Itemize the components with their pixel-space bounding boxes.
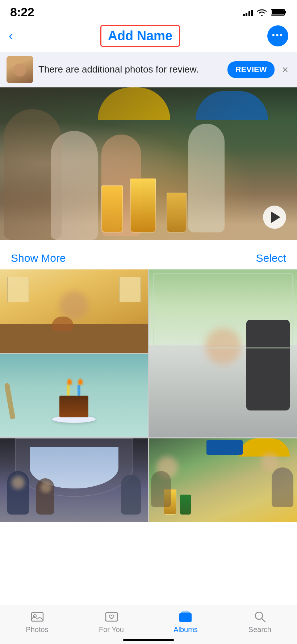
action-row: Show More Select: [0, 247, 297, 269]
photo-cell-kitchen[interactable]: [0, 269, 148, 353]
tab-bar: Photos For You Albums S: [0, 605, 297, 644]
page-title[interactable]: Add Name: [108, 28, 172, 43]
beer-glass-2: [130, 178, 156, 232]
face-blur-3: [12, 476, 25, 489]
play-button[interactable]: [263, 206, 286, 229]
beer-glass-3: [167, 193, 187, 232]
albums-tab-label: Albums: [173, 626, 198, 634]
svg-rect-8: [182, 611, 189, 612]
more-button[interactable]: •••: [267, 25, 288, 46]
tab-for-you[interactable]: For You: [74, 610, 148, 634]
status-bar: 8:22: [0, 0, 297, 22]
photo-cell-tunnel[interactable]: [0, 438, 148, 522]
tab-photos[interactable]: Photos: [0, 610, 74, 634]
face-blur-6: [261, 453, 279, 471]
svg-rect-5: [106, 612, 117, 621]
photo-cell-birthday[interactable]: [0, 354, 148, 437]
review-text: There are additional photos for review.: [38, 63, 222, 76]
svg-rect-1: [285, 11, 286, 13]
svg-rect-2: [272, 10, 284, 15]
signal-bars-icon: [243, 8, 253, 16]
home-indicator: [123, 639, 174, 641]
show-more-button[interactable]: Show More: [11, 252, 66, 264]
battery-icon: [271, 8, 287, 16]
photos-tab-label: Photos: [26, 626, 48, 634]
select-button[interactable]: Select: [256, 252, 286, 264]
dog-shape: [52, 317, 74, 331]
review-face: [7, 56, 33, 83]
face-blur-1: [59, 291, 88, 320]
photos-tab-icon: [29, 610, 45, 623]
svg-line-10: [262, 618, 265, 622]
photo-cell-outdoor[interactable]: [149, 438, 297, 522]
for-you-tab-icon: [104, 610, 120, 623]
back-button[interactable]: ‹: [9, 29, 13, 42]
spacer: [0, 240, 297, 247]
photo-grid: [0, 269, 297, 522]
person-center: [51, 131, 98, 240]
wifi-icon: [256, 8, 267, 16]
nav-bar: ‹ Add Name •••: [0, 22, 297, 52]
tab-albums[interactable]: Albums: [148, 610, 223, 634]
hero-photo: [0, 87, 297, 240]
status-icons: [243, 8, 287, 16]
svg-rect-6: [179, 613, 192, 622]
review-button[interactable]: REVIEW: [227, 61, 275, 78]
albums-tab-icon: [178, 610, 194, 623]
photo-cell-car[interactable]: [149, 269, 297, 437]
search-tab-icon: [252, 610, 268, 623]
review-banner: There are additional photos for review. …: [0, 52, 297, 87]
review-thumbnail: [7, 56, 33, 83]
face-blur-4: [41, 482, 51, 493]
person-right-2: [188, 124, 225, 232]
for-you-tab-label: For You: [99, 626, 124, 634]
search-tab-label: Search: [248, 626, 271, 634]
tab-search[interactable]: Search: [223, 610, 297, 634]
status-time: 8:22: [10, 5, 34, 19]
beer-glass-1: [101, 185, 123, 232]
nav-title-border: Add Name: [100, 25, 180, 47]
review-close-button[interactable]: ×: [280, 63, 290, 77]
more-dots-icon: •••: [272, 31, 284, 39]
